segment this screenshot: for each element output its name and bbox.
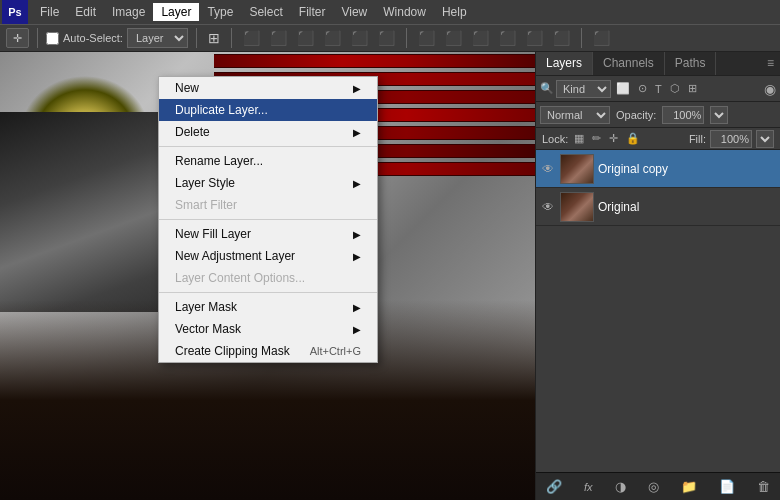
align-center-icon[interactable]: ⬛: [267, 28, 290, 48]
layer-eye-original-copy[interactable]: 👁: [540, 162, 556, 176]
tab-paths[interactable]: Paths: [665, 52, 717, 75]
filter-shape-icon[interactable]: ⬡: [667, 81, 683, 96]
menu-select[interactable]: Select: [241, 3, 290, 21]
menu-separator-2: [159, 219, 377, 220]
lock-all-icon[interactable]: 🔒: [624, 131, 642, 146]
tab-layers[interactable]: Layers: [536, 52, 593, 75]
menu-bar: Ps File Edit Image Layer Type Select Fil…: [0, 0, 780, 24]
right-panel: Layers Channels Paths ≡ 🔍 Kind ⬜ ⊙ T ⬡ ⊞…: [535, 52, 780, 500]
menu-item-rename-layer[interactable]: Rename Layer...: [159, 150, 377, 172]
layer-thumb-original-copy: [560, 154, 594, 184]
align-right-icon[interactable]: ⬛: [294, 28, 317, 48]
menu-item-vector-mask[interactable]: Vector Mask: [159, 318, 377, 340]
menu-help[interactable]: Help: [434, 3, 475, 21]
menu-item-new-fill-layer[interactable]: New Fill Layer: [159, 223, 377, 245]
canvas-area: GE Smart Objects... New Duplicate Layer.…: [0, 52, 535, 500]
menu-item-new-adjustment-layer[interactable]: New Adjustment Layer: [159, 245, 377, 267]
distribute-center-v-icon[interactable]: ⬛: [523, 28, 546, 48]
grille-bar-1: [214, 54, 535, 68]
panel-tabs: Layers Channels Paths ≡: [536, 52, 780, 76]
new-layer-icon[interactable]: 📄: [715, 477, 739, 496]
layer-effects-icon[interactable]: fx: [580, 479, 597, 495]
lock-transparent-icon[interactable]: ▦: [572, 131, 586, 146]
menu-window[interactable]: Window: [375, 3, 434, 21]
menu-view[interactable]: View: [333, 3, 375, 21]
layers-filter-toolbar: 🔍 Kind ⬜ ⊙ T ⬡ ⊞ ◉: [536, 76, 780, 102]
menu-type[interactable]: Type: [199, 3, 241, 21]
layers-list: 👁 Original copy 👁 Original: [536, 150, 780, 472]
layer-thumb-original: [560, 192, 594, 222]
distribute-center-h-icon[interactable]: ⬛: [442, 28, 465, 48]
toolbar-separator-3: [231, 28, 232, 48]
tab-spacer: [716, 52, 761, 75]
panel-options-icon[interactable]: ≡: [761, 52, 780, 75]
toolbar-separator-2: [196, 28, 197, 48]
delete-layer-icon[interactable]: 🗑: [753, 477, 774, 496]
filter-smart-icon[interactable]: ⊞: [685, 81, 700, 96]
fill-label: Fill:: [689, 133, 706, 145]
lock-position-icon[interactable]: ✛: [607, 131, 620, 146]
align-bottom-icon[interactable]: ⬛: [375, 28, 398, 48]
auto-select-dropdown[interactable]: Layer Group: [127, 28, 188, 48]
filter-toggle[interactable]: ◉: [764, 81, 776, 97]
3d-icon[interactable]: ⬛: [590, 28, 613, 48]
lock-row: Lock: ▦ ✏ ✛ 🔒 Fill: %: [536, 128, 780, 150]
distribute-right-icon[interactable]: ⬛: [469, 28, 492, 48]
filter-kind-dropdown[interactable]: Kind: [556, 80, 611, 98]
opacity-unit-dropdown[interactable]: %: [710, 106, 728, 124]
menu-item-create-clipping-mask[interactable]: Create Clipping Mask Alt+Ctrl+G: [159, 340, 377, 362]
align-left-icon[interactable]: ⬛: [240, 28, 263, 48]
menu-edit[interactable]: Edit: [67, 3, 104, 21]
layer-eye-original[interactable]: 👁: [540, 200, 556, 214]
menu-item-new[interactable]: New: [159, 77, 377, 99]
menu-file[interactable]: File: [32, 3, 67, 21]
filter-type-icon[interactable]: T: [652, 82, 665, 96]
main-area: GE Smart Objects... New Duplicate Layer.…: [0, 52, 780, 500]
menu-item-layer-content-options: Layer Content Options...: [159, 267, 377, 289]
toolbar-separator-5: [581, 28, 582, 48]
fill-input[interactable]: [710, 130, 752, 148]
layer-name-original: Original: [598, 200, 776, 214]
new-group-icon[interactable]: 📁: [677, 477, 701, 496]
link-layers-icon[interactable]: 🔗: [542, 477, 566, 496]
menu-item-layer-mask[interactable]: Layer Mask: [159, 296, 377, 318]
filter-pixel-icon[interactable]: ⬜: [613, 81, 633, 96]
menu-separator-3: [159, 292, 377, 293]
layer-dropdown-menu: New Duplicate Layer... Delete Rename Lay…: [158, 76, 378, 363]
shortcut-clipping-mask: Alt+Ctrl+G: [310, 345, 361, 357]
lock-image-icon[interactable]: ✏: [590, 131, 603, 146]
layer-name-original-copy: Original copy: [598, 162, 776, 176]
menu-image[interactable]: Image: [104, 3, 153, 21]
add-mask-icon[interactable]: ◑: [611, 477, 630, 496]
auto-select-label: Auto-Select:: [63, 32, 123, 44]
layer-row-original[interactable]: 👁 Original: [536, 188, 780, 226]
blend-mode-dropdown[interactable]: Normal: [540, 106, 610, 124]
layers-panel: Layers Channels Paths ≡ 🔍 Kind ⬜ ⊙ T ⬡ ⊞…: [536, 52, 780, 500]
toolbar-separator-4: [406, 28, 407, 48]
menu-layer[interactable]: Layer: [153, 3, 199, 21]
menu-filter[interactable]: Filter: [291, 3, 334, 21]
distribute-bottom-icon[interactable]: ⬛: [550, 28, 573, 48]
align-top-icon[interactable]: ⬛: [321, 28, 344, 48]
move-tool-icon[interactable]: ✛: [6, 28, 29, 48]
auto-select-checkbox[interactable]: [46, 32, 59, 45]
lock-label: Lock:: [542, 133, 568, 145]
distribute-left-icon[interactable]: ⬛: [415, 28, 438, 48]
menu-separator-1: [159, 146, 377, 147]
menu-item-delete[interactable]: Delete: [159, 121, 377, 143]
filter-icon: 🔍: [540, 82, 554, 95]
toolbar-separator-1: [37, 28, 38, 48]
new-adjustment-icon[interactable]: ◎: [644, 477, 663, 496]
opacity-input[interactable]: [662, 106, 704, 124]
menu-item-layer-style[interactable]: Layer Style: [159, 172, 377, 194]
layer-row-original-copy[interactable]: 👁 Original copy: [536, 150, 780, 188]
menu-item-duplicate-layer[interactable]: Duplicate Layer...: [159, 99, 377, 121]
app-logo: Ps: [2, 0, 28, 24]
transform-icon[interactable]: ⊞: [205, 28, 223, 48]
filter-adjustment-icon[interactable]: ⊙: [635, 81, 650, 96]
distribute-top-icon[interactable]: ⬛: [496, 28, 519, 48]
tab-channels[interactable]: Channels: [593, 52, 665, 75]
align-middle-icon[interactable]: ⬛: [348, 28, 371, 48]
layers-footer: 🔗 fx ◑ ◎ 📁 📄 🗑: [536, 472, 780, 500]
fill-unit-dropdown[interactable]: %: [756, 130, 774, 148]
